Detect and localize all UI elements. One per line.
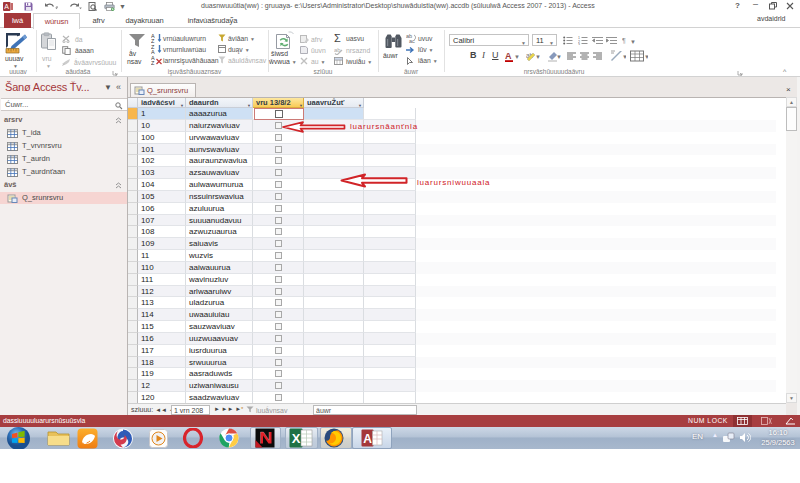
svg-text:▼: ▼ — [556, 54, 561, 60]
svg-text:3: 3 — [578, 43, 580, 46]
svg-text:A: A — [505, 51, 512, 61]
svg-text:▼: ▼ — [622, 54, 626, 60]
svg-text:▼: ▼ — [514, 54, 519, 60]
svg-text:▼: ▼ — [644, 54, 648, 60]
svg-text:A: A — [151, 49, 155, 54]
svg-text:A: A — [363, 432, 372, 446]
svg-text:¶: ¶ — [622, 37, 626, 44]
svg-text:ac: ac — [409, 38, 415, 43]
svg-text:X: X — [292, 431, 301, 446]
svg-text:A: A — [4, 3, 9, 10]
svg-text:▼: ▼ — [630, 39, 636, 45]
svg-text:▼: ▼ — [535, 54, 540, 60]
